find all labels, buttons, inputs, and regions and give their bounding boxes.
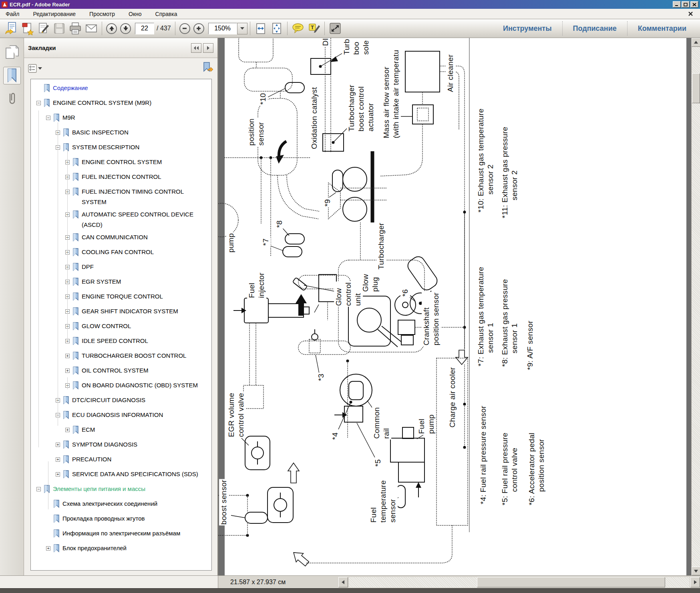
- bookmark-action-icon[interactable]: [201, 62, 213, 75]
- previous-page-button[interactable]: [106, 23, 117, 34]
- bookmark-label[interactable]: TURBOCHARGER BOOST CONTROL: [82, 351, 186, 361]
- bookmark-item[interactable]: +DPF: [65, 260, 210, 275]
- bookmark-label[interactable]: IDLE SPEED CONTROL: [82, 336, 148, 346]
- bookmark-item[interactable]: +OIL CONTROL SYSTEM: [65, 364, 210, 379]
- bookmark-item[interactable]: +AUTOMATIC SPEED CONTROL DEVICE (ASCD): [65, 208, 210, 231]
- horizontal-scrollbar[interactable]: [349, 577, 690, 587]
- zoom-in-button[interactable]: [193, 23, 204, 34]
- bookmark-label[interactable]: GEAR SHIFT INDICATOR SYSTEM: [82, 306, 178, 317]
- comment-bubble-icon[interactable]: [290, 20, 306, 36]
- bookmark-label[interactable]: ON BOARD DIAGNOSTIC (OBD) SYSTEM: [82, 380, 198, 391]
- bookmark-item[interactable]: −M9R: [46, 111, 210, 126]
- bookmark-label[interactable]: ENGINE CONTROL SYSTEM (M9R): [53, 98, 151, 108]
- create-pdf-icon[interactable]: [19, 20, 35, 36]
- bookmark-item[interactable]: Информация по электрическим разъёмам: [46, 527, 210, 542]
- fit-page-icon[interactable]: [269, 20, 285, 36]
- bookmark-label[interactable]: CAN COMMUNICATION: [82, 232, 148, 242]
- page-thumbnails-icon[interactable]: [3, 44, 21, 61]
- bookmark-item[interactable]: +ENGINE TORQUE CONTROL: [65, 290, 210, 305]
- bookmark-item[interactable]: +ON BOARD DIAGNOSTIC (OBD) SYSTEM: [65, 379, 210, 394]
- minimize-button[interactable]: [673, 1, 681, 8]
- save-copy-icon[interactable]: [3, 20, 19, 36]
- bookmarks-options-button[interactable]: [28, 64, 42, 73]
- zoom-out-button[interactable]: [179, 23, 190, 34]
- bookmark-item[interactable]: +ENGINE CONTROL SYSTEM: [65, 156, 210, 170]
- expand-panel-icon[interactable]: [203, 43, 213, 53]
- scroll-right-icon[interactable]: [690, 577, 700, 587]
- bookmark-item[interactable]: +CAN COMMUNICATION: [65, 231, 210, 246]
- bookmark-item[interactable]: −Элементы цепи питания и массы: [36, 483, 210, 497]
- bookmark-label[interactable]: ECM: [82, 425, 95, 435]
- maximize-button[interactable]: [682, 1, 690, 8]
- bookmark-label[interactable]: ENGINE TORQUE CONTROL: [82, 291, 163, 302]
- bookmark-item[interactable]: +PRECAUTION: [56, 453, 210, 468]
- menu-file[interactable]: Файл: [4, 10, 21, 18]
- expander-plus-icon[interactable]: +: [56, 457, 60, 462]
- scroll-down-icon[interactable]: [692, 567, 700, 575]
- bookmark-item[interactable]: +BASIC INSPECTION: [56, 126, 210, 141]
- bookmark-item[interactable]: +TURBOCHARGER BOOST CONTROL: [65, 349, 210, 364]
- bookmark-label[interactable]: DPF: [82, 262, 94, 272]
- vertical-scrollbar[interactable]: [691, 38, 700, 575]
- bookmark-item[interactable]: +SYMPTOM DIAGNOSIS: [56, 438, 210, 453]
- comments-panel-button[interactable]: Комментарии: [628, 24, 697, 33]
- expander-plus-icon[interactable]: +: [65, 369, 70, 373]
- bookmark-item[interactable]: +EGR SYSTEM: [65, 275, 210, 290]
- bookmark-label[interactable]: SERVICE DATA AND SPECIFICATIONS (SDS): [72, 469, 198, 479]
- close-document-icon[interactable]: [688, 10, 693, 18]
- bookmark-label[interactable]: GLOW CONTROL: [82, 321, 131, 331]
- scroll-up-icon[interactable]: [692, 38, 700, 47]
- bookmark-label[interactable]: DTC/CIRCUIT DIAGNOSIS: [72, 395, 145, 405]
- menu-view[interactable]: Просмотр: [88, 10, 117, 18]
- bookmark-item[interactable]: −ENGINE CONTROL SYSTEM (M9R): [36, 96, 210, 111]
- bookmark-label[interactable]: Прокладка проводных жгутов: [62, 513, 145, 524]
- attachments-paperclip-icon[interactable]: [3, 90, 21, 108]
- bookmark-label[interactable]: FUEL INJECTION TIMING CONTROL SYSTEM: [82, 186, 210, 207]
- menu-window[interactable]: Окно: [127, 10, 143, 18]
- scroll-left-icon[interactable]: [338, 577, 348, 587]
- next-page-button[interactable]: [120, 23, 131, 34]
- bookmark-label[interactable]: PRECAUTION: [72, 454, 111, 465]
- fullscreen-icon[interactable]: [327, 20, 343, 36]
- bookmark-label[interactable]: EGR SYSTEM: [82, 276, 121, 287]
- bookmark-item[interactable]: Схема электрических соединений: [46, 497, 210, 512]
- menu-edit[interactable]: Редактирование: [31, 10, 77, 18]
- bookmark-item[interactable]: +SERVICE DATA AND SPECIFICATIONS (SDS): [56, 468, 210, 483]
- bookmark-item[interactable]: +GLOW CONTROL: [65, 320, 210, 335]
- save-icon-disabled[interactable]: [51, 20, 67, 36]
- document-area[interactable]: position sensor*10Oxidation catalystDITu…: [218, 38, 691, 575]
- bookmark-label[interactable]: Элементы цепи питания и массы: [53, 484, 145, 494]
- tools-panel-button[interactable]: Инструменты: [493, 24, 562, 33]
- bookmark-label[interactable]: SYMPTOM DIAGNOSIS: [72, 439, 137, 450]
- expander-minus-icon[interactable]: −: [36, 487, 41, 491]
- bookmark-label[interactable]: ECU DIAGNOSIS INFORMATION: [72, 410, 163, 420]
- collapse-panel-icon[interactable]: [191, 43, 201, 53]
- expander-plus-icon[interactable]: +: [65, 428, 70, 432]
- expander-minus-icon[interactable]: −: [36, 101, 41, 105]
- bookmark-label[interactable]: Схема электрических соединений: [62, 499, 157, 509]
- expander-plus-icon[interactable]: +: [65, 354, 70, 358]
- zoom-level-value[interactable]: 150%: [208, 23, 237, 34]
- bookmark-label[interactable]: COOLING FAN CONTROL: [82, 247, 154, 257]
- bookmark-item[interactable]: Прокладка проводных жгутов: [46, 512, 210, 527]
- bookmark-label[interactable]: Информация по электрическим разъёмам: [62, 528, 180, 539]
- bookmark-label[interactable]: Блок предохранителей: [62, 543, 127, 553]
- highlight-text-icon[interactable]: T: [306, 20, 322, 36]
- bookmark-label[interactable]: Содержание: [53, 83, 88, 93]
- bookmark-item[interactable]: +Блок предохранителей: [46, 542, 210, 557]
- menu-help[interactable]: Справка: [154, 10, 179, 18]
- bookmark-label[interactable]: OIL CONTROL SYSTEM: [82, 365, 148, 376]
- sign-pen-icon[interactable]: [35, 20, 51, 36]
- print-icon[interactable]: [67, 20, 83, 36]
- bookmark-item[interactable]: −SYSTEM DESCRIPTION: [56, 141, 210, 156]
- bookmark-item[interactable]: Содержание: [36, 82, 210, 96]
- bookmark-label[interactable]: AUTOMATIC SPEED CONTROL DEVICE (ASCD): [82, 209, 210, 230]
- horizontal-scroll-thumb[interactable]: [477, 577, 665, 587]
- expander-minus-icon[interactable]: −: [46, 116, 50, 120]
- bookmark-item[interactable]: +COOLING FAN CONTROL: [65, 246, 210, 260]
- bookmark-item[interactable]: +GEAR SHIFT INDICATOR SYSTEM: [65, 305, 210, 320]
- page-number-input[interactable]: [135, 23, 154, 34]
- bookmark-item[interactable]: +FUEL INJECTION TIMING CONTROL SYSTEM: [65, 185, 210, 208]
- bookmark-label[interactable]: M9R: [62, 112, 75, 123]
- fit-width-icon[interactable]: [253, 20, 269, 36]
